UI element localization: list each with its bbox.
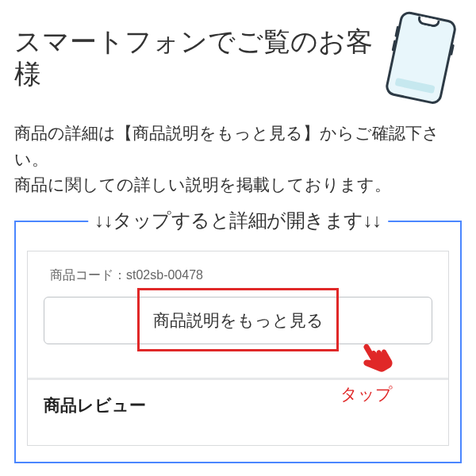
product-code-row: 商品コード：st02sb-00478 xyxy=(39,267,437,284)
tap-hand-icon xyxy=(353,337,397,382)
product-code-value: st02sb-00478 xyxy=(126,268,203,282)
description-line: 商品の詳細は【商品説明をもっと見る】からご確認下さい。 xyxy=(14,121,462,172)
smartphone-icon xyxy=(383,10,466,110)
description-line: 商品に関しての詳しい説明を掲載しております。 xyxy=(14,172,462,198)
example-panel: 商品コード：st02sb-00478 商品説明をもっと見る タップ 商品レビュー xyxy=(27,251,449,446)
frame-label: ↓↓タップすると詳細が開きます↓↓ xyxy=(88,208,388,233)
instruction-frame: ↓↓タップすると詳細が開きます↓↓ 商品コード：st02sb-00478 商品説… xyxy=(14,221,462,463)
product-code-label: 商品コード： xyxy=(50,268,126,282)
page-heading: スマートフォンでご覧のお客様 xyxy=(14,21,384,90)
see-more-button-label: 商品説明をもっと見る xyxy=(153,309,324,332)
tap-caption: タップ xyxy=(340,383,393,405)
description-text: 商品の詳細は【商品説明をもっと見る】からご確認下さい。 商品に関しての詳しい説明… xyxy=(14,121,462,198)
